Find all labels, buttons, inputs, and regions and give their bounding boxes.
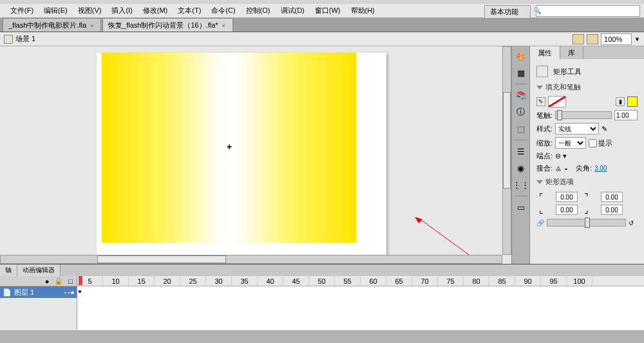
horizontal-scrollbar[interactable]: [0, 255, 502, 264]
menu-file[interactable]: 文件(F): [5, 6, 39, 15]
layer-name: 图层 1: [14, 288, 34, 297]
tool-name: 矩形工具: [553, 67, 582, 77]
scene-bar: 场景 1 ▼: [0, 32, 644, 46]
reset-icon[interactable]: ↺: [629, 219, 638, 227]
lock-icon[interactable]: 🔒: [54, 277, 63, 285]
crosshair-cursor: +: [227, 142, 232, 152]
corner-tr-input[interactable]: [601, 192, 623, 202]
hint-checkbox[interactable]: 提示: [589, 138, 612, 148]
stroke-color-swatch[interactable]: [548, 96, 566, 107]
corner-br-icon: ⌟: [584, 205, 596, 215]
transform-icon[interactable]: ⬚: [514, 122, 528, 136]
cap-select[interactable]: ⊖ ▾: [555, 152, 567, 160]
join-select[interactable]: ⩓ ▾: [555, 165, 568, 172]
timeline-layers: ● 🔒 □ 📄 图层 1 • • ■: [0, 276, 77, 330]
layer-row[interactable]: 📄 图层 1 • • ■: [0, 286, 77, 298]
pencil-icon[interactable]: ✎: [536, 97, 545, 106]
svg-marker-1: [415, 217, 422, 223]
main-area: + 🎨 ▦ 📚 ⓘ ⬚ ☰ ◉ ⋮⋮ ▭ 属性 库 矩形工具: [0, 46, 644, 264]
tab-library[interactable]: 库: [560, 46, 583, 59]
menu-insert[interactable]: 插入(I): [106, 6, 137, 15]
triangle-icon: [536, 86, 543, 89]
edit-symbol-icon[interactable]: [587, 34, 598, 44]
library-icon[interactable]: 📚: [514, 88, 528, 102]
cap-label: 端点:: [536, 151, 553, 161]
style-label: 样式:: [536, 124, 553, 134]
corner-tl-icon: ⌜: [539, 192, 551, 202]
style-select[interactable]: 实线: [555, 123, 599, 134]
timeline-panel: 轴 动画编辑器 ● 🔒 □ 📄 图层 1 • • ■ 51015 202530 …: [0, 264, 644, 330]
search-icon: 🔍: [533, 7, 541, 14]
tab-motion-editor[interactable]: 动画编辑器: [17, 264, 61, 276]
tab-timeline[interactable]: 轴: [0, 264, 17, 276]
document-tab-bar: _flash中制作电影胶片.fla × 恢复_flash制作闪动背景（16）.f…: [0, 18, 644, 32]
grid-icon[interactable]: ▦: [514, 66, 528, 80]
tab-label: _flash中制作电影胶片.fla: [8, 21, 86, 30]
menu-view[interactable]: 视图(V): [73, 6, 107, 15]
scene-icon: [4, 35, 13, 44]
color-icon[interactable]: ◉: [514, 161, 528, 175]
corner-bl-input[interactable]: [556, 205, 578, 215]
swatches-icon[interactable]: ⋮⋮: [514, 178, 528, 192]
scale-label: 缩放:: [536, 138, 553, 148]
menu-modify[interactable]: 修改(M): [138, 6, 173, 15]
stroke-input[interactable]: [614, 110, 638, 120]
corner-br-input[interactable]: [601, 205, 623, 215]
corner-slider[interactable]: [547, 219, 626, 227]
keyframe[interactable]: [77, 286, 82, 298]
menu-help[interactable]: 帮助(H): [346, 6, 380, 15]
tab-properties[interactable]: 属性: [530, 46, 560, 59]
menu-control[interactable]: 控制(O): [241, 6, 276, 15]
canvas-area[interactable]: +: [0, 46, 511, 264]
tool-icon: [536, 66, 548, 77]
menu-text[interactable]: 文本(T): [173, 6, 206, 15]
menu-commands[interactable]: 命令(C): [206, 6, 240, 15]
menu-bar: 文件(F) 编辑(E) 视图(V) 插入(I) 修改(M) 文本(T) 命令(C…: [0, 4, 644, 18]
layer-icon: 📄: [3, 288, 12, 297]
align-icon[interactable]: ☰: [514, 144, 528, 158]
components-icon[interactable]: ▭: [514, 200, 528, 214]
properties-panel: 属性 库 矩形工具 填充和笔触 ✎ ▮ 笔触:: [529, 46, 644, 264]
close-icon[interactable]: ×: [90, 23, 95, 28]
pencil-edit-icon[interactable]: ✎: [601, 125, 611, 133]
section-rect-options[interactable]: 矩形选项: [534, 174, 640, 189]
corner-bl-icon: ⌞: [539, 205, 551, 215]
menu-window[interactable]: 窗口(W): [310, 6, 346, 15]
fill-color-swatch[interactable]: [627, 97, 638, 107]
palette-icon[interactable]: 🎨: [514, 49, 528, 63]
triangle-icon: [536, 180, 543, 184]
close-icon[interactable]: ×: [222, 23, 227, 28]
tool-panel: 🎨 ▦ 📚 ⓘ ⬚ ☰ ◉ ⋮⋮ ▭: [511, 46, 529, 264]
timeline-frames[interactable]: 51015 202530 354045 505560 657075 808590…: [77, 276, 644, 330]
bucket-icon[interactable]: ▮: [616, 97, 625, 106]
edit-scene-icon[interactable]: [573, 34, 584, 44]
scene-name: 场景 1: [15, 34, 35, 44]
playhead[interactable]: [77, 276, 84, 330]
menu-debug[interactable]: 调试(D): [276, 6, 310, 15]
eye-icon[interactable]: ●: [45, 277, 50, 285]
vertical-scrollbar[interactable]: [502, 46, 511, 255]
section-fill-stroke[interactable]: 填充和笔触: [534, 80, 640, 95]
document-tab[interactable]: _flash中制作电影胶片.fla ×: [3, 18, 101, 32]
layer-header: ● 🔒 □: [0, 276, 77, 286]
info-icon[interactable]: ⓘ: [514, 105, 528, 119]
menu-edit[interactable]: 编辑(E): [39, 6, 73, 15]
zoom-input[interactable]: [601, 33, 632, 45]
miter-value[interactable]: 3.00: [594, 165, 607, 172]
zoom-dropdown-icon[interactable]: ▼: [634, 36, 640, 42]
corner-tr-icon: ⌝: [584, 192, 596, 202]
timeline-ruler[interactable]: 51015 202530 354045 505560 657075 808590…: [77, 276, 644, 286]
join-label: 接合:: [536, 163, 553, 173]
search-input[interactable]: [536, 5, 640, 17]
corner-tl-input[interactable]: [556, 192, 578, 202]
document-tab[interactable]: 恢复_flash制作闪动背景（16）.fla* ×: [102, 18, 233, 32]
stroke-slider[interactable]: [555, 111, 612, 119]
tab-label: 恢复_flash制作闪动背景（16）.fla*: [108, 21, 218, 30]
lock-icon[interactable]: 🔗: [536, 219, 544, 227]
stroke-label: 笔触:: [536, 111, 553, 120]
miter-label: 尖角:: [576, 163, 592, 173]
scale-select[interactable]: 一般: [555, 137, 586, 149]
outline-icon[interactable]: □: [68, 277, 73, 285]
workspace-dropdown[interactable]: 基本功能: [484, 5, 531, 19]
